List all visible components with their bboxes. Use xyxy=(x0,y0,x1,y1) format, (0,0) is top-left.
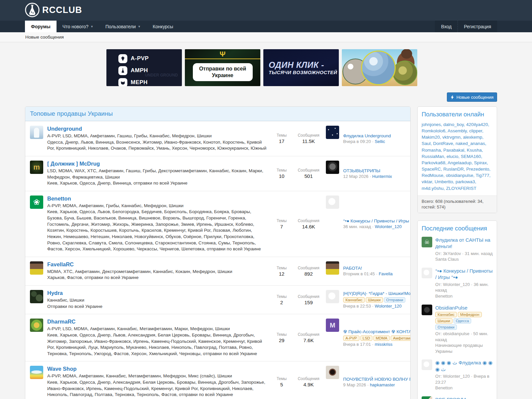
sidebar: Пользователи онлайн johnjones, dalno_boy… xyxy=(417,106,497,399)
banner-shipping-ad[interactable]: Ψ Отправки по всей Украине xyxy=(185,49,260,86)
forum-products: A-PVP, LSD, MDMA, Амфетамин, Гашиш, Гриб… xyxy=(47,133,268,139)
latest-post-title[interactable]: ObsidianPulse xyxy=(435,305,493,311)
banner-one-click-ad[interactable]: ОДИН КЛИК - ТЫСЯЧИ ВОЗМОЖНОСТЕЙ xyxy=(263,49,339,86)
prefix-tag[interactable]: Отправки xyxy=(384,297,406,303)
last-post-avatar[interactable]: M xyxy=(326,319,339,332)
member-avatar[interactable] xyxy=(422,305,432,315)
auth-links: Вход Регистрация xyxy=(435,21,497,32)
last-post-title[interactable]: |H|Y|D|R|A|- *Гидра* - Шишки!Мо… xyxy=(343,291,411,296)
forum-avatar xyxy=(30,366,43,379)
forum-row-benetton: ❀ Benetton A-PVP, MDMA, Амфетамин, Грибы… xyxy=(25,191,410,257)
topics-label: Темы xyxy=(272,266,291,270)
last-post-user[interactable]: Sellic xyxy=(375,139,385,144)
latest-posts-panel: Последние сообщения ☠ Флудилка от САНТЫ … xyxy=(417,220,497,399)
prefix-tag[interactable]: LSD xyxy=(360,335,372,341)
messages-label: Сообщения xyxy=(295,133,322,138)
last-post-user[interactable]: Wolonter_120 xyxy=(375,304,402,309)
messages-label: Сообщения xyxy=(295,294,322,299)
forum-title[interactable]: Benetton xyxy=(47,196,71,202)
login-link[interactable]: Вход xyxy=(435,21,458,32)
flask-logo-icon xyxy=(25,3,40,17)
banner-watermark: UNDER GROUND xyxy=(145,73,178,77)
messages-label: Сообщения xyxy=(295,218,322,223)
latest-post-meta: От: 3kYardov · 31 мин. назад xyxy=(435,251,493,257)
tab-contests[interactable]: Конкурсы xyxy=(147,21,179,32)
prefix-tag[interactable]: Каннабис xyxy=(343,297,365,303)
messages-count: 501 xyxy=(295,173,322,179)
latest-post-item: ☠ Флудилка от САНТЫ на деньги! От: 3kYar… xyxy=(418,235,497,266)
last-post-title[interactable]: Флудилка Underground xyxy=(343,133,411,138)
ad-banner-strip: A-PVP AMPH MEPH UNDER GROUND Ψ Отправки … xyxy=(106,49,417,86)
last-post-avatar[interactable] xyxy=(326,366,339,379)
last-post-user[interactable]: Huntermix xyxy=(372,174,392,179)
forum-row-favellarc: FavellaRC MDMA, XTC, Амфетамин, Декстром… xyxy=(25,257,410,285)
forum-row-dharmarc: DharmaRC A-PVP, LSD, MDMA, Амфетамин, Ка… xyxy=(25,314,410,361)
last-post-time: Вчера в 17:01 · xyxy=(343,342,373,347)
forum-title[interactable]: [ Должник ] McDrug xyxy=(47,161,100,167)
top-vendors-panel: Топовые продавцы Украины Underground A-P… xyxy=(25,106,411,399)
last-post-avatar[interactable] xyxy=(326,161,339,174)
forum-avatar xyxy=(30,126,43,139)
last-post-user[interactable]: Favella xyxy=(379,271,393,276)
online-users-total: Всего: 608 (пользователей: 34, гостей: 5… xyxy=(418,196,497,213)
prefix-tag[interactable]: Мефедрон xyxy=(458,312,482,317)
last-post-title[interactable]: °•● Конкурсы / Привноты / Игры °•● xyxy=(343,218,411,223)
online-users-panel: Пользователи онлайн johnjones, dalno_boy… xyxy=(417,106,497,213)
member-avatar[interactable] xyxy=(422,268,432,278)
topics-count: 7 xyxy=(272,224,291,229)
last-post-avatar[interactable] xyxy=(326,196,339,209)
forum-products: Каннабис, Шишки xyxy=(47,297,268,304)
forum-products: A-PVP, MDMA, Амфетамин, Грибы, Каннабис,… xyxy=(47,203,268,209)
prefix-tag[interactable]: A-PVP xyxy=(343,335,359,341)
forum-row-mcdrug: m [ Должник ] McDrug LSD, MDMA, WAX, XTC… xyxy=(25,156,410,191)
last-post-avatar[interactable] xyxy=(326,290,339,303)
latest-post-title[interactable]: °•● Конкурсы / Привноты / Игры °•● xyxy=(435,268,493,281)
forum-title[interactable]: Hydra xyxy=(47,290,63,296)
prefix-tag[interactable]: Шишки xyxy=(366,297,383,303)
online-users-list[interactable]: johnjones, dalno_boy, 420ilya420, Romkol… xyxy=(418,121,497,196)
tab-members[interactable]: Пользователи▼ xyxy=(99,21,147,32)
forum-avatar: m xyxy=(30,161,43,174)
last-post-user[interactable]: misskriss xyxy=(375,342,392,347)
new-posts-link[interactable]: Новые сообщения xyxy=(25,35,64,40)
last-post-title[interactable]: ПОЧУВСТВУЙ НОВУЮ ВОЛНУ П… xyxy=(343,377,411,382)
forum-title[interactable]: DharmaRC xyxy=(47,319,75,325)
latest-post-title[interactable]: ◉ ◉ ◉ ث Флудилка ◉ ◉ ◉ ث xyxy=(435,359,493,372)
forum-title[interactable]: FavellaRC xyxy=(47,261,74,268)
last-post-title[interactable]: ☢ Прайс-Ассортимент ☢ КОНТАК… xyxy=(343,329,411,334)
last-post-time: Вчера в 22:53 · xyxy=(343,304,373,309)
register-link[interactable]: Регистрация xyxy=(458,21,497,32)
new-messages-button[interactable]: Новые сообщения xyxy=(447,92,497,102)
member-avatar[interactable]: ☠ xyxy=(422,237,432,247)
latest-post-title[interactable]: ВСЕ ГОРОДА ТРЕБУЮТСЯ КУРЬЕРЫ И ОТПРАВЩИК… xyxy=(435,396,493,399)
last-post-avatar[interactable] xyxy=(326,126,339,139)
prefix-tag[interactable]: Амфетамин xyxy=(391,335,411,341)
latest-posts-title: Последние сообщения xyxy=(418,221,497,235)
last-post-title[interactable]: ОТЗЫВЫ|ТРИПЫ xyxy=(343,168,411,173)
prefix-tag[interactable]: MDMA xyxy=(373,335,390,341)
prefix-tag[interactable]: Каннабис xyxy=(435,312,457,317)
tab-whats-new[interactable]: Что нового?▼ xyxy=(57,21,99,32)
site-logo[interactable]: RCclub xyxy=(25,3,82,17)
last-post-time: 12 Мар 2026 · xyxy=(343,174,371,179)
banner-underground-ad[interactable]: A-PVP AMPH MEPH UNDER GROUND xyxy=(106,49,182,86)
prefix-tag[interactable]: Одесса xyxy=(454,318,471,324)
forum-title[interactable]: Underground xyxy=(47,126,82,132)
member-avatar[interactable] xyxy=(422,359,432,370)
tab-forums[interactable]: Форумы xyxy=(25,21,57,32)
forum-products: A-PVP, MDMA, Амфетамин, Каннабис, Метамф… xyxy=(47,373,268,379)
last-post-user[interactable]: Wolonter_120 xyxy=(375,224,402,229)
latest-post-item: ◉ ◉ ◉ ث Флудилка ◉ ◉ ◉ ث От: Wolonter_12… xyxy=(418,357,497,394)
banner-beach-photo-ad[interactable] xyxy=(342,49,417,86)
latest-post-item: °•● Конкурсы / Привноты / Игры °•● От: W… xyxy=(418,266,497,303)
prefix-tag[interactable]: Отправки xyxy=(435,325,457,330)
substance-photo xyxy=(393,61,417,85)
last-post-user[interactable]: hapkamaster xyxy=(370,382,395,387)
latest-post-title[interactable]: Флудилка от САНТЫ на деньги! xyxy=(435,237,493,250)
topics-count: 17 xyxy=(272,138,291,144)
last-post-title[interactable]: РАБОТА! xyxy=(343,266,411,271)
member-avatar[interactable] xyxy=(422,396,432,399)
forum-title[interactable]: Wave Shop xyxy=(47,366,76,372)
prefix-tag[interactable]: Шишки xyxy=(435,318,453,324)
last-post-avatar[interactable] xyxy=(326,261,339,275)
